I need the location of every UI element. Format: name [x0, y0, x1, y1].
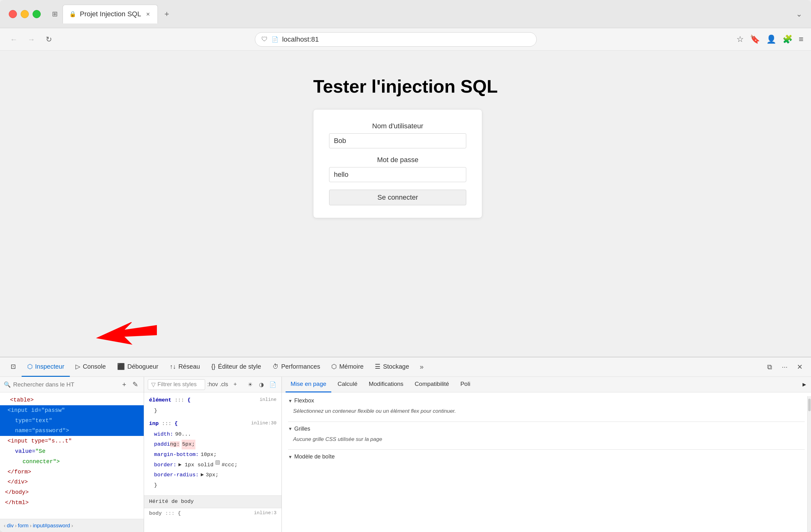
layout-panel: Mise en page Calculé Modifications Compa…: [282, 377, 811, 532]
cls-button[interactable]: .cls: [219, 380, 229, 390]
maximize-button[interactable]: [33, 10, 41, 18]
css-rule-body: body ::: { inline:3: [144, 508, 281, 519]
network-label: Réseau: [179, 363, 200, 370]
tab-chevron-icon[interactable]: ⌄: [796, 10, 802, 18]
minimize-button[interactable]: [21, 10, 29, 18]
styles-filter-input[interactable]: ▽ Filtrer les styles: [148, 379, 205, 390]
grilles-chevron-icon[interactable]: ▼: [288, 426, 292, 431]
tab-right-controls: ⌄: [796, 10, 802, 18]
devtools-right-controls: ⧉ ··· ✕: [763, 361, 806, 373]
html-line-selected-2: type="text": [0, 416, 144, 426]
password-input[interactable]: [329, 167, 466, 182]
light-theme-icon[interactable]: ☀: [245, 380, 255, 390]
styles-panel: ▽ Filtrer les styles :hov .cls + ☀ ◑ 📄: [144, 377, 282, 532]
refresh-button[interactable]: ↻: [43, 33, 55, 46]
css-padding-prop: padding:: [154, 440, 180, 449]
breadcrumb-input-password[interactable]: input#password: [33, 522, 70, 529]
layout-tab-mise-en-page[interactable]: Mise en page: [286, 377, 331, 392]
css-source-inline: inline: [260, 395, 276, 405]
css-rule-inp: inp ::: { inline:30: [144, 418, 281, 429]
bookmark-icon[interactable]: ☆: [736, 34, 744, 44]
devtools-dock-button[interactable]: ⧉: [763, 361, 776, 373]
layout-scrollbar[interactable]: [807, 396, 811, 532]
breadcrumb-left-arrow[interactable]: ‹: [4, 522, 6, 529]
devtools-inspector-tab[interactable]: ⬡ Inspecteur: [21, 357, 70, 377]
filter-placeholder: Filtrer les styles: [157, 381, 197, 388]
layout-tab-calcule[interactable]: Calculé: [333, 377, 362, 392]
inspector-search-input[interactable]: [13, 381, 118, 388]
devtools-options-button[interactable]: ···: [778, 361, 791, 373]
css-margin-prop: margin-bottom:: [154, 450, 199, 460]
back-button[interactable]: ←: [7, 33, 20, 46]
breadcrumb-bar: ‹ div › form › input#password ›: [0, 519, 144, 532]
filter-icon: ▽: [151, 381, 156, 388]
search-icon: 🔍: [4, 381, 11, 388]
devtools-console-tab[interactable]: ▷ Console: [70, 357, 111, 377]
css-width-val: 90...: [175, 430, 191, 439]
hov-button[interactable]: :hov: [208, 380, 218, 390]
html-line-8: </div>: [0, 477, 144, 487]
add-rule-button[interactable]: +: [230, 380, 240, 390]
active-tab[interactable]: 🔒 Projet Injection SQL ✕: [63, 5, 158, 24]
inherited-label: Hérité de body: [149, 499, 194, 504]
devtools-picker-button[interactable]: ⊡: [5, 357, 21, 377]
close-button[interactable]: [9, 10, 17, 18]
devtools-performance-tab[interactable]: ⏱ Performances: [267, 357, 326, 377]
login-box: Nom d'utilisateur Mot de passe Se connec…: [313, 109, 482, 218]
security-shield-icon: 🛡: [261, 36, 268, 43]
page-content: Tester l'injection SQL Nom d'utilisateur…: [0, 51, 811, 357]
tab-close-button[interactable]: ✕: [145, 11, 151, 17]
devtools-memory-tab[interactable]: ⬡ Mémoire: [326, 357, 369, 377]
username-input[interactable]: [329, 133, 466, 148]
devtools-style-editor-tab[interactable]: {} Éditeur de style: [206, 357, 267, 377]
layout-tab-compatibilite[interactable]: Compatibilité: [410, 377, 454, 392]
css-border-color-val: #ccc;: [222, 460, 238, 470]
divider-1: [288, 422, 805, 422]
html-line-4: <input type="s...t": [0, 436, 144, 446]
divider-2: [288, 449, 805, 450]
layout-tab-modifications[interactable]: Modifications: [364, 377, 408, 392]
breadcrumb-div[interactable]: div: [7, 522, 14, 529]
devtools-debugger-tab[interactable]: ⬛ Débogueur: [111, 357, 164, 377]
submit-button[interactable]: Se connecter: [329, 190, 466, 205]
storage-icon: ☰: [375, 363, 380, 370]
flexbox-title: Flexbox: [294, 397, 314, 404]
screenshot-icon[interactable]: 📄: [268, 380, 278, 390]
devtools-more-tools-button[interactable]: »: [416, 357, 427, 377]
pocket-icon[interactable]: 🔖: [750, 34, 760, 44]
tab-bar: ⊞ 🔒 Projet Injection SQL ✕ + ⌄: [52, 5, 802, 24]
devtools-network-tab[interactable]: ↑↓ Réseau: [164, 357, 206, 377]
memory-label: Mémoire: [339, 363, 364, 370]
devtools-storage-tab[interactable]: ☰ Stockage: [369, 357, 415, 377]
layout-tab-poli[interactable]: Poli: [455, 377, 475, 392]
inspector-search-bar: 🔍 + ✎: [0, 377, 144, 392]
flexbox-chevron-icon[interactable]: ▼: [288, 398, 292, 403]
extensions-icon[interactable]: 🧩: [782, 34, 793, 44]
profile-icon[interactable]: 👤: [766, 34, 776, 44]
add-node-button[interactable]: +: [120, 380, 128, 389]
html-line-selected-3: name="password">: [0, 426, 144, 436]
pick-element-button[interactable]: ✎: [131, 380, 140, 389]
modele-boite-chevron-icon[interactable]: ▼: [288, 454, 292, 459]
css-border-radius-line: border-radius: ► 3px;: [154, 470, 276, 480]
css-border-radius-prop: border-radius:: [154, 470, 199, 480]
breadcrumb-form[interactable]: form: [18, 522, 29, 529]
html-line-selected[interactable]: <input id="passw": [0, 405, 144, 416]
color-swatch-ccc: [215, 460, 220, 465]
devtools-close-button[interactable]: ✕: [794, 361, 806, 373]
grilles-section-header: ▼ Grilles: [288, 426, 805, 432]
grilles-title: Grilles: [294, 426, 310, 432]
new-tab-button[interactable]: +: [160, 7, 173, 21]
css-selector-body: body ::: {: [149, 509, 181, 518]
menu-icon[interactable]: ≡: [799, 34, 804, 44]
layout-tab-overflow[interactable]: ►: [801, 381, 807, 388]
dark-theme-icon[interactable]: ◑: [257, 380, 266, 390]
html-line-6: connecter">: [0, 457, 144, 467]
url-bar[interactable]: 🛡 📄 localhost:81: [255, 32, 537, 47]
page-icon: 📄: [272, 36, 278, 43]
sidebar-icon[interactable]: ⊞: [52, 10, 58, 18]
breadcrumb-right-arrow[interactable]: ›: [72, 522, 73, 529]
forward-button[interactable]: →: [25, 33, 37, 46]
layout-content: ▼ Flexbox Sélectionnez un conteneur flex…: [282, 392, 811, 532]
html-line-10: </html>: [0, 498, 144, 508]
